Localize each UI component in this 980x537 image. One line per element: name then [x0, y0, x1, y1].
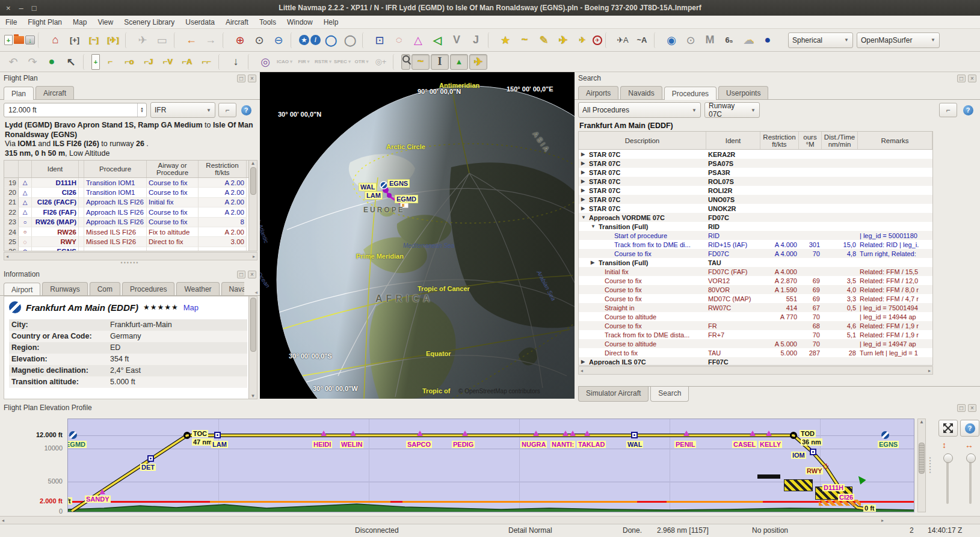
map-theme-combo[interactable]: OpenMapSurfer ▼ [857, 32, 940, 48]
panel-aircraft-icon[interactable]: ✈ [469, 54, 487, 70]
tab-information[interactable]: Navaids [221, 282, 244, 295]
vertical-zoom-slider[interactable] [946, 453, 949, 504]
track-labels-icon[interactable]: ~A [633, 32, 651, 49]
information-vscrollbar[interactable]: ▼ [248, 296, 257, 399]
center-flightplan-icon[interactable]: [~] [85, 32, 103, 49]
home-map-icon[interactable]: ⌂ [46, 32, 64, 49]
route-jet-airway-icon[interactable]: ⌐J [140, 54, 158, 70]
map-back-icon[interactable]: ← [182, 32, 200, 49]
procedure-row[interactable]: ▶Transition (Full) TAU [579, 258, 932, 267]
procedure-row[interactable]: Start of procedure RID | leg_id = 500011… [579, 231, 932, 240]
route-edit-icon[interactable]: ⌐ [101, 54, 119, 70]
menu-item[interactable]: Tools [254, 17, 282, 28]
tree-expand-icon[interactable]: ▶ [581, 188, 587, 193]
vor-icon[interactable]: ⊡ [371, 32, 389, 49]
column-course[interactable]: ours °M [799, 132, 822, 149]
procedure-row[interactable]: Initial fix FD07C (FAF) A 4.000 Related:… [579, 267, 932, 276]
airport-hard-icon[interactable]: ★ [299, 35, 309, 45]
aircraft-trail-icon[interactable]: ✈ [573, 32, 591, 49]
toolbar-separator[interactable] [362, 32, 368, 48]
sun-shading-icon[interactable]: ⊙ [682, 32, 700, 49]
map-view[interactable]: Antimeridian90° 00' 00,0"N150° 00' 00,0"… [260, 72, 575, 399]
close-dock-button[interactable]: × [968, 75, 976, 82]
procedure-options-button[interactable]: ⌐ [939, 103, 957, 117]
tree-expand-icon[interactable]: ▶ [581, 170, 587, 175]
flight-plan-row[interactable]: 21 △ CI26 (FACF) Approach ILS FI26 Initi… [4, 198, 257, 207]
measure-icon[interactable]: 6₅ [720, 32, 738, 49]
menu-item[interactable]: File [0, 17, 22, 28]
procedure-row[interactable]: Course to fix FD07C A 4.000 70 4,8 Turn … [579, 249, 932, 258]
projection-combo[interactable]: Spherical ▼ [788, 32, 853, 48]
tab-information[interactable]: Runways [42, 282, 87, 295]
clear-marks-icon[interactable]: ▭ [153, 32, 171, 49]
flight-plan-row[interactable]: 26 ⊘ EGNS [4, 247, 257, 251]
toolbar-separator[interactable] [654, 32, 659, 48]
waypoint-icon[interactable]: △ [409, 32, 427, 49]
tab-information[interactable]: Weather [176, 282, 219, 295]
tab-information[interactable]: Com [90, 282, 120, 295]
procedure-row[interactable]: Straight in RW07C 414 67 0,5 | leg_id = … [579, 303, 932, 312]
procedure-row[interactable]: ▼Approach VORDME 07C FD07C [579, 213, 932, 222]
zoom-world-icon[interactable]: ● [43, 54, 61, 70]
flight-plan-row[interactable]: 22 △ FI26 (FAF) Approach ILS FI26 Course… [4, 207, 257, 217]
panel-flightplan-icon[interactable]: ~ [411, 54, 430, 70]
help-button[interactable]: ? [239, 103, 253, 117]
spinner-arrows[interactable]: ▲▼ [137, 103, 146, 117]
profile-help-button[interactable]: ? [960, 420, 979, 437]
flightplan-line-icon[interactable]: ~ [516, 32, 534, 49]
airspace-rstr-button[interactable]: RSTR [314, 54, 332, 70]
tree-expand-icon[interactable]: ▶ [591, 260, 597, 265]
toolbar-separator[interactable] [393, 54, 398, 70]
flight-plan-row[interactable]: 20 △ CI26 Transition IOM1 Course to fix … [4, 188, 257, 197]
procedure-row[interactable]: Course to fix VOR12 A 2.870 69 3,5 Relat… [579, 276, 932, 285]
route-victor-airway-icon[interactable]: ⌐V [159, 54, 177, 70]
zoom-default-icon[interactable]: ⊙ [250, 32, 268, 49]
aircraft-icon[interactable]: ✈ [554, 32, 572, 49]
airway-jet-icon[interactable]: J [467, 32, 485, 49]
menu-item[interactable]: Aircraft [220, 17, 254, 28]
open-flightplan-icon[interactable] [14, 36, 24, 44]
airspace-toggle-icon[interactable]: ◎ [256, 54, 274, 70]
airspace-add-icon[interactable]: ◎+ [372, 54, 390, 70]
menu-item[interactable]: Help [318, 17, 344, 28]
airport-empty-icon[interactable]: ◯ [322, 32, 340, 49]
map-forward-icon[interactable]: → [202, 32, 220, 49]
float-dock-button[interactable]: □ [957, 404, 966, 412]
column-remarks[interactable]: Remarks [858, 132, 932, 149]
column-ident[interactable]: Ident [706, 132, 760, 149]
hillshading-icon[interactable]: M [701, 32, 719, 49]
tab-search[interactable]: Airports [578, 86, 618, 99]
userpoint-edit-icon[interactable]: ✎ [535, 32, 553, 49]
aircraft-labels-icon[interactable]: ✈A [614, 32, 632, 49]
horizontal-zoom-slider[interactable] [969, 453, 972, 504]
bottom-tab[interactable]: Search [650, 387, 689, 402]
float-dock-button[interactable]: □ [237, 75, 245, 82]
menu-item[interactable]: Map [67, 17, 92, 28]
toolbar-separator[interactable] [174, 32, 179, 48]
undo-icon[interactable]: ↶ [4, 54, 22, 70]
new-flightplan-icon[interactable]: + [4, 35, 13, 45]
column-description[interactable]: Description [579, 132, 706, 149]
menu-item[interactable]: View [92, 17, 119, 28]
userpoint-icon[interactable]: ★ [496, 32, 514, 49]
column-restriction[interactable]: Restriction ft/kts [199, 161, 247, 177]
procedure-row[interactable]: ▶Approach ILS 07C FF07C [579, 357, 932, 366]
procedure-row[interactable]: Course to altitude A 770 70 | leg_id = 1… [579, 312, 932, 321]
procedure-row[interactable]: Course to altitude A 5.000 70 | leg_id =… [579, 339, 932, 348]
toolbar-separator[interactable] [125, 32, 131, 48]
tree-expand-icon[interactable]: ▶ [581, 359, 587, 364]
dock-splitter[interactable]: •••••• [0, 260, 260, 265]
toolbar-separator[interactable] [488, 32, 493, 48]
tree-expand-icon[interactable]: ▼ [591, 224, 597, 229]
procedure-row[interactable]: Track from fix to DME dista... FR+7 70 5… [579, 330, 932, 339]
tab-information[interactable]: Procedures [122, 282, 174, 295]
tree-expand-icon[interactable]: ▶ [581, 197, 587, 202]
float-dock-button[interactable]: □ [957, 75, 966, 82]
zoom-out-details-icon[interactable]: ⊖ [270, 32, 288, 49]
toolbar-separator[interactable] [83, 54, 88, 70]
procedure-row[interactable]: ▼Transition (Full) RID [579, 222, 932, 231]
ils-icon[interactable]: ◁ [428, 32, 446, 49]
profile-plot[interactable]: EGMD13 ftSANDYDETTOC47 nmLAMHEIDIWELINSA… [67, 419, 914, 512]
tab-search[interactable]: Userpoints [718, 86, 768, 99]
tab-information[interactable]: Airport [4, 283, 40, 295]
